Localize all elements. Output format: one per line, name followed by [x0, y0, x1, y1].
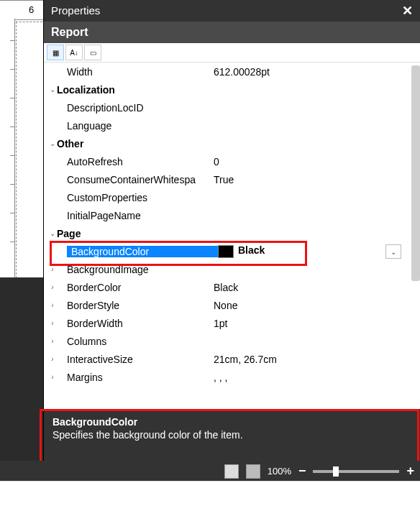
zoom-slider-thumb[interactable]	[333, 466, 339, 477]
property-name: CustomProperties	[67, 192, 214, 203]
properties-toolbar: ▦ A↓ ▭	[44, 43, 420, 63]
ruler-vertical	[0, 19, 15, 277]
design-canvas-sliver: 6	[0, 0, 43, 506]
property-name: ConsumeContainerWhitespa	[67, 174, 214, 185]
property-value[interactable]: True	[214, 174, 411, 185]
zoom-bar: 100% − +	[0, 461, 420, 482]
expand-icon[interactable]: ›	[48, 373, 57, 381]
property-value[interactable]: 0	[214, 156, 411, 167]
expand-icon[interactable]: ›	[48, 337, 57, 345]
statusbar-spacer	[0, 481, 420, 506]
panel-header: Properties ✕	[44, 0, 420, 22]
design-item-outline	[16, 22, 42, 278]
expand-icon[interactable]: ›	[48, 283, 57, 291]
property-value[interactable]: Black	[218, 244, 411, 257]
collapse-icon[interactable]: ⌄	[48, 86, 57, 93]
design-view-icon[interactable]	[224, 464, 239, 479]
property-name: InitialPageName	[67, 210, 214, 221]
expand-icon[interactable]: ›	[48, 265, 57, 273]
property-row[interactable]: AutoRefresh0	[44, 152, 411, 170]
collapse-icon[interactable]: ⌄	[48, 139, 57, 147]
property-pages-button[interactable]: ▭	[84, 45, 101, 60]
expand-icon[interactable]: ›	[48, 319, 57, 327]
property-name: DescriptionLocID	[67, 102, 214, 114]
ruler-horizontal: 6	[0, 0, 43, 20]
expand-icon[interactable]: ›	[48, 355, 57, 363]
property-name: Width	[67, 66, 214, 78]
zoom-slider[interactable]	[313, 470, 399, 473]
alphabetical-view-button[interactable]: A↓	[65, 45, 83, 60]
property-group[interactable]: ⌄Localization	[44, 80, 411, 98]
property-row[interactable]: ›BorderStyleNone	[44, 296, 411, 314]
property-name: BorderColor	[67, 282, 214, 293]
property-name: BorderWidth	[67, 318, 214, 329]
color-swatch	[218, 245, 234, 258]
property-name: InteractiveSize	[67, 354, 214, 365]
panel-title: Properties	[51, 0, 100, 22]
categorized-view-button[interactable]: ▦	[47, 45, 64, 60]
property-value[interactable]: 1pt	[214, 318, 411, 329]
preview-icon[interactable]	[246, 464, 260, 479]
property-name: AutoRefresh	[67, 156, 214, 167]
property-row[interactable]: ›Columns	[44, 332, 411, 350]
object-selector[interactable]: Report	[44, 22, 420, 43]
collapse-icon[interactable]: ⌄	[48, 229, 57, 237]
property-description-pane: BackgroundColor Specifies the background…	[44, 409, 420, 461]
zoom-out-button[interactable]: −	[298, 464, 306, 479]
property-row[interactable]: ›BorderWidth1pt	[44, 314, 411, 332]
close-icon[interactable]: ✕	[402, 0, 413, 22]
zoom-in-button[interactable]: +	[406, 464, 414, 479]
property-name: Language	[67, 120, 214, 132]
description-text: Specifies the background color of the it…	[52, 429, 411, 441]
property-name: Other	[57, 138, 214, 150]
property-row[interactable]: ›BorderColorBlack	[44, 278, 411, 296]
property-row[interactable]: DescriptionLocID	[44, 98, 411, 116]
dropdown-icon[interactable]: ⌄	[385, 244, 401, 259]
property-value[interactable]: , , ,	[214, 372, 411, 383]
property-name: Localization	[57, 84, 214, 96]
property-row[interactable]: ›BackgroundImage	[44, 260, 411, 278]
ruler-label: 6	[29, 4, 34, 15]
property-name: BorderStyle	[67, 300, 214, 311]
property-name: Columns	[67, 336, 214, 347]
scrollbar-vertical[interactable]	[411, 65, 420, 281]
property-name: BackgroundColor	[67, 246, 218, 257]
zoom-label: 100%	[268, 466, 291, 477]
property-row[interactable]: CustomProperties	[44, 188, 411, 206]
expand-icon[interactable]: ›	[48, 301, 57, 309]
property-row[interactable]: ›InteractiveSize21cm, 26.7cm	[44, 350, 411, 368]
property-row[interactable]: ›Margins, , ,	[44, 368, 411, 386]
property-value[interactable]: Black	[214, 282, 411, 293]
property-name: Margins	[67, 372, 214, 383]
property-group[interactable]: ⌄Other	[44, 134, 411, 152]
property-value[interactable]: None	[214, 300, 411, 311]
property-value[interactable]: 21cm, 26.7cm	[214, 354, 411, 365]
description-title: BackgroundColor	[52, 416, 411, 428]
property-name: Page	[57, 228, 214, 239]
property-row[interactable]: ConsumeContainerWhitespaTrue	[44, 170, 411, 188]
property-row[interactable]: Width612.00028pt	[44, 63, 411, 80]
property-value[interactable]: 612.00028pt	[214, 66, 411, 78]
property-row[interactable]: Language	[44, 116, 411, 134]
property-row[interactable]: BackgroundColor⌄Black	[44, 242, 411, 260]
property-row[interactable]: InitialPageName	[44, 206, 411, 224]
property-name: BackgroundImage	[67, 264, 214, 275]
property-grid[interactable]: Width612.00028pt⌄LocalizationDescription…	[44, 63, 411, 409]
properties-panel: Properties ✕ Report ▦ A↓ ▭ Width612.0002…	[43, 0, 420, 461]
property-group[interactable]: ⌄Page	[44, 224, 411, 242]
